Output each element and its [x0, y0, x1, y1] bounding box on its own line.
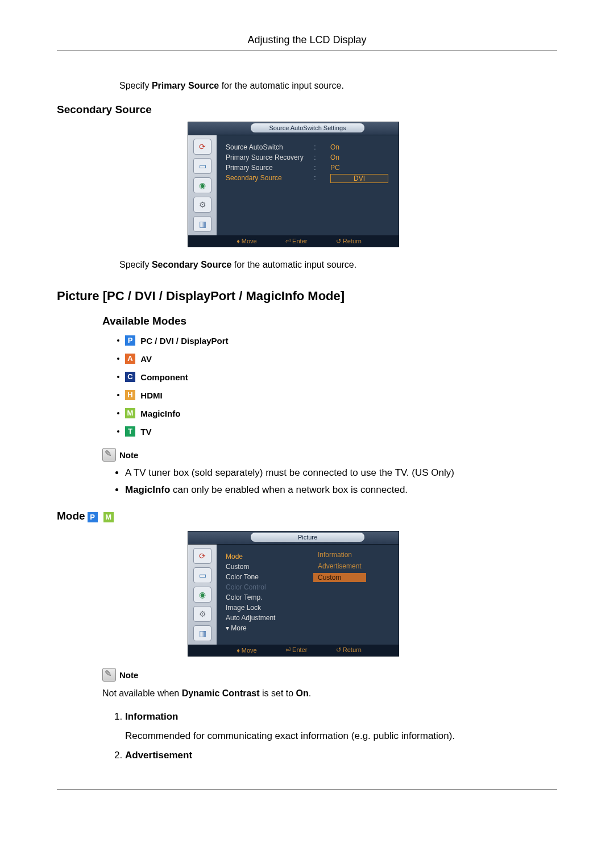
osd-nav-icon: ⟳ [193, 548, 211, 564]
note-item: A TV tuner box (sold separately) must be… [125, 467, 557, 479]
picture-heading: Picture [PC / DVI / DisplayPort / MagicI… [57, 289, 557, 304]
osd-key: Source AutoSwitch [226, 143, 311, 151]
badge-m-icon: M [125, 408, 135, 418]
text: A TV tuner box (sold separately) must be… [125, 467, 454, 478]
label: Return [343, 238, 362, 244]
osd-titlebar: Picture [188, 531, 399, 545]
osd-key: Color Control [226, 583, 294, 591]
note-list: A TV tuner box (sold separately) must be… [102, 467, 557, 496]
text: Not available when [102, 688, 182, 698]
osd-title: Source AutoSwitch Settings [251, 123, 364, 132]
osd-key: Auto Adjustment [226, 614, 294, 622]
osd-nav-icon: ▥ [193, 216, 211, 232]
osd-hint-enter: ⏎ Enter [285, 646, 307, 654]
osd-hint-return: ↺ Return [336, 646, 362, 654]
item-title: Advertisement [125, 750, 192, 761]
text-bold: On [296, 688, 309, 698]
osd-row: Custom [226, 563, 392, 571]
note-label: Note [119, 670, 138, 679]
mode-item: T TV [125, 426, 557, 437]
note-icon [102, 668, 116, 682]
mode-label: MagicInfo [140, 408, 180, 418]
osd-option: Advertisement [313, 562, 366, 571]
text: . [309, 688, 311, 698]
mode-options-list: Information Recommended for communicatin… [102, 711, 557, 761]
badge-p-icon: P [125, 335, 135, 346]
badge-t-icon: T [125, 426, 135, 437]
osd-row: Primary Source Recovery:On [226, 153, 392, 161]
osd-val: On [319, 143, 392, 151]
note-label: Note [119, 450, 138, 459]
osd-titlebar: Source AutoSwitch Settings [188, 122, 399, 135]
osd-key: Color Tone [226, 573, 294, 581]
note-icon [102, 448, 116, 462]
mode-item: H HDMI [125, 390, 557, 400]
osd-nav-icon: ▭ [193, 158, 211, 174]
osd-hint-move: ♦ Move [237, 647, 257, 654]
osd-nav-icon: ▥ [193, 625, 211, 641]
mode-heading-text: Mode [57, 510, 85, 522]
available-modes-list: P PC / DVI / DisplayPort A AV C Componen… [102, 335, 557, 437]
mode-heading: ModePM [57, 510, 557, 522]
osd-val-box: DVI [330, 174, 388, 183]
note-heading: Note [102, 668, 557, 682]
item-body: Recommended for communicating exact info… [125, 730, 557, 742]
mode-label: TV [140, 426, 151, 436]
badge-c-icon: C [125, 372, 135, 382]
osd-picture: Picture ⟳ ▭ ◉ ⚙ ▥ Mode Custom Color Tone… [188, 531, 399, 657]
osd-row: Color Tone [226, 573, 392, 581]
colon: : [311, 164, 319, 172]
osd-row: Color Temp. [226, 593, 392, 601]
osd-hint-enter: ⏎ Enter [285, 238, 307, 245]
colon: : [311, 174, 319, 183]
colon: : [311, 153, 319, 161]
osd-sidebar: ⟳ ▭ ◉ ⚙ ▥ [188, 545, 217, 645]
label: Return [343, 646, 362, 653]
osd-sidebar: ⟳ ▭ ◉ ⚙ ▥ [188, 135, 217, 235]
osd-main: Mode Custom Color Tone Color Control Col… [217, 545, 399, 645]
osd-row: Source AutoSwitch:On [226, 143, 392, 151]
osd-row: Primary Source:PC [226, 164, 392, 172]
text-bold: Secondary Source [152, 260, 232, 269]
osd-source-autoswitch: Source AutoSwitch Settings ⟳ ▭ ◉ ⚙ ▥ Sou… [188, 122, 399, 247]
note-item: MagicInfo can only be enabled when a net… [125, 484, 557, 496]
osd-row: Image Lock [226, 604, 392, 612]
osd-key: Custom [226, 563, 294, 571]
label: Move [242, 238, 257, 244]
mode-item: C Component [125, 372, 557, 382]
text-bold: Dynamic Contrast [182, 688, 260, 698]
mode-item: A AV [125, 354, 557, 364]
text: Specify [119, 260, 152, 269]
osd-key: ▾ More [226, 624, 294, 632]
badge-m-icon: M [103, 512, 114, 522]
label: Move [242, 647, 257, 654]
osd-row: Mode [226, 553, 392, 560]
osd-nav-icon: ▭ [193, 567, 211, 583]
mode-label: HDMI [140, 390, 162, 400]
osd-hint-return: ↺ Return [336, 238, 362, 245]
mode-label: Component [140, 372, 188, 381]
osd-nav-icon: ⚙ [193, 606, 211, 622]
label: Enter [292, 646, 307, 653]
item-title: Information [125, 711, 179, 722]
osd-key: Mode [226, 553, 294, 560]
osd-mode-options: Information Advertisement Custom [313, 550, 366, 582]
osd-key: Color Temp. [226, 593, 294, 601]
secondary-source-heading: Secondary Source [57, 103, 557, 116]
osd-nav-icon: ⟳ [193, 139, 211, 155]
osd-row: ▾ More [226, 624, 392, 632]
note-heading: Note [102, 448, 557, 462]
osd-nav-icon: ◉ [193, 587, 211, 603]
osd-title: Picture [251, 533, 364, 542]
text-bold: Primary Source [152, 81, 219, 90]
page-header: Adjusting the LCD Display [57, 34, 557, 51]
badge-p-icon: P [88, 512, 98, 522]
badge-a-icon: A [125, 354, 135, 364]
text: Specify [119, 81, 152, 90]
text: is set to [260, 688, 296, 698]
list-item: Advertisement [125, 750, 557, 761]
osd-row: Color Control [226, 583, 392, 591]
secondary-source-desc: Specify Secondary Source for the automat… [102, 259, 557, 271]
osd-key: Primary Source Recovery [226, 153, 311, 161]
osd-option: Information [313, 550, 366, 559]
